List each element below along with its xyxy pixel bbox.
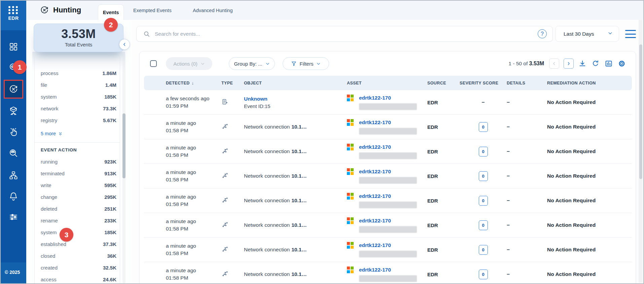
col-asset[interactable]: ASSET [347, 81, 427, 85]
col-object[interactable]: OBJECT [244, 81, 347, 85]
asset-link[interactable]: edrtk122-170 [359, 193, 391, 199]
prev-page-button[interactable] [549, 59, 559, 69]
show-more-link[interactable]: 5 more [41, 129, 120, 138]
severity-cell: 0 [460, 171, 507, 181]
dashboard-icon [8, 42, 19, 52]
time-range-value: Last 30 Days [564, 31, 594, 37]
filter-list-item[interactable]: system 185K [35, 91, 120, 103]
filter-list-item[interactable]: closed 36K [35, 250, 120, 262]
next-page-button[interactable] [564, 59, 574, 69]
actions-button[interactable]: Actions (0) [166, 57, 212, 70]
download-button[interactable] [578, 59, 587, 68]
col-type[interactable]: TYPE [221, 81, 244, 85]
col-detected[interactable]: DETECTED↓ [166, 80, 221, 85]
page-scrollbar-thumb[interactable] [639, 44, 642, 179]
filter-list-item[interactable]: system 185K [35, 226, 120, 238]
source-cell: EDR [427, 222, 460, 228]
tab-advanced-hunting[interactable]: Advanced Hunting [193, 1, 233, 20]
severity-score-badge[interactable]: 0 [479, 171, 488, 181]
severity-score-badge[interactable]: 0 [479, 147, 488, 156]
chart-view-button[interactable] [604, 59, 613, 68]
sidebar-footer: © 2025 [1, 262, 26, 283]
filter-list-item[interactable]: access 24.6K [35, 274, 120, 284]
filter-list-item[interactable]: write 595K [35, 179, 120, 191]
type-cell [221, 270, 244, 279]
table-row[interactable]: a minute ago 01:58 PM Network connection… [144, 213, 632, 238]
network-event-icon [221, 123, 228, 130]
table-row[interactable]: a minute ago 01:58 PM Network connection… [144, 164, 632, 188]
col-remediation-action[interactable]: REMEDIATION ACTION [547, 81, 632, 85]
object-text: Network connection [244, 247, 290, 252]
table-row[interactable]: a minute ago 01:58 PM Network connection… [144, 188, 632, 213]
menu-burger-icon[interactable] [625, 30, 636, 38]
detected-relative: a minute ago [166, 169, 221, 175]
col-severity-score[interactable]: SEVERITY SCORE [460, 81, 507, 85]
select-all-checkbox[interactable] [150, 60, 157, 67]
filter-item-value: 233K [104, 218, 116, 223]
source-cell: EDR [427, 198, 460, 204]
severity-score-badge[interactable]: 0 [479, 122, 488, 132]
sidebar-item-settings[interactable] [8, 212, 19, 222]
asset-link[interactable]: edrtk122-170 [359, 144, 391, 150]
severity-score-badge[interactable]: 0 [479, 270, 488, 279]
asset-cell: edrtk122-170 [347, 144, 427, 159]
filters-button[interactable]: Filters [283, 57, 329, 70]
asset-link[interactable]: edrtk122-170 [359, 242, 391, 248]
windows-os-icon [347, 267, 354, 273]
filter-list-item[interactable]: deleted 251K [35, 203, 120, 215]
table-settings-button[interactable] [617, 59, 626, 68]
asset-link[interactable]: edrtk122-170 [359, 119, 391, 126]
sidebar-item-topology[interactable] [8, 170, 19, 180]
panel-scrollbar-thumb[interactable] [122, 113, 126, 178]
type-cell [221, 246, 244, 254]
group-by-button[interactable]: Group By: ... [229, 57, 275, 70]
sidebar-item-response[interactable] [8, 127, 19, 137]
refresh-button[interactable] [591, 59, 600, 68]
table-row[interactable]: a minute ago 01:58 PM Network connection… [144, 262, 632, 284]
time-range-dropdown[interactable]: Last 30 Days [555, 26, 619, 42]
severity-score-badge[interactable]: 0 [479, 196, 488, 206]
filter-item-value: 1.4M [105, 82, 116, 88]
filter-list-item[interactable]: rename 233K [35, 215, 120, 226]
help-icon[interactable]: ? [538, 29, 547, 38]
asset-link[interactable]: edrtk122-170 [359, 218, 391, 224]
windows-os-icon [347, 193, 354, 200]
sidebar-item-dashboard[interactable] [8, 42, 19, 52]
network-event-icon [221, 147, 228, 154]
asset-link[interactable]: edrtk122-170 [359, 169, 391, 175]
search-input[interactable] [155, 31, 538, 37]
filter-item-value: 1.86M [102, 70, 116, 76]
filter-list-item[interactable]: terminated 913K [35, 168, 120, 179]
asset-link[interactable]: edrtk122-170 [359, 95, 391, 101]
sidebar-item-assets[interactable] [8, 106, 19, 116]
filter-list-item[interactable]: process 1.86M [35, 67, 120, 79]
filter-list-item[interactable]: file 1.4M [35, 79, 120, 91]
filter-list-item[interactable]: network 73.3K [35, 103, 120, 114]
sidebar-item-forensics[interactable] [8, 148, 19, 158]
object-cell: Network connection10.1… [244, 148, 347, 154]
tab-exempted-events[interactable]: Exempted Events [133, 1, 172, 20]
table-row[interactable]: a few seconds ago 01:59 PM Unknown Event… [144, 90, 632, 115]
severity-score-badge[interactable]: 0 [479, 220, 488, 230]
col-source[interactable]: SOURCE [427, 81, 460, 85]
table-row[interactable]: a minute ago 01:58 PM Network connection… [144, 115, 632, 139]
sidebar-item-hunting[interactable] [8, 84, 19, 94]
col-details[interactable]: DETAILS [507, 81, 547, 85]
severity-score-badge[interactable]: 0 [479, 245, 488, 255]
filter-item-value: 185K [104, 94, 116, 100]
sidebar-item-notifications[interactable] [8, 191, 19, 201]
filter-list-item[interactable]: change 295K [35, 191, 120, 203]
filter-list-item[interactable]: established 37.3K [35, 238, 120, 250]
asset-link[interactable]: edrtk122-170 [359, 267, 391, 273]
collapse-panel-button[interactable] [119, 39, 130, 50]
search-bar: ? [136, 26, 553, 42]
filter-list-item[interactable]: running 923K [35, 156, 120, 168]
refresh-icon [592, 60, 600, 68]
object-link[interactable]: Unknown [244, 96, 267, 102]
table-row[interactable]: a minute ago 01:58 PM Network connection… [144, 238, 632, 262]
filter-list-item[interactable]: registry 5.67K [35, 114, 120, 126]
filter-list-item[interactable]: created 32.5K [35, 262, 120, 274]
remediation-cell: No Action Required [547, 271, 632, 277]
app-switcher[interactable]: EDR [1, 1, 26, 30]
table-row[interactable]: a minute ago 01:58 PM Network connection… [144, 139, 632, 164]
